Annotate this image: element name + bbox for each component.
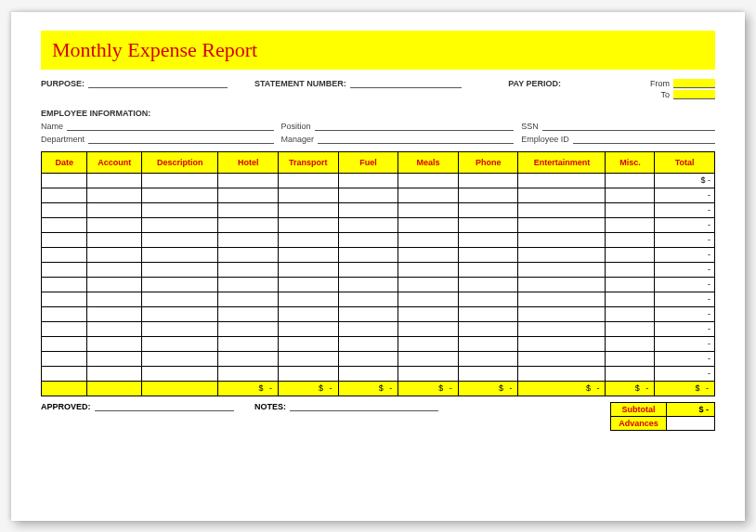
grid-cell[interactable]	[458, 202, 518, 217]
grid-cell[interactable]	[398, 247, 459, 262]
grid-cell[interactable]	[142, 277, 218, 292]
grid-cell[interactable]	[458, 292, 518, 306]
grid-cell[interactable]	[518, 366, 606, 381]
grid-cell[interactable]	[87, 366, 142, 381]
name-field[interactable]	[67, 122, 274, 131]
grid-cell[interactable]	[278, 306, 338, 321]
grid-cell[interactable]	[278, 292, 338, 306]
from-field[interactable]	[673, 79, 715, 88]
grid-cell[interactable]	[518, 217, 606, 232]
grid-cell[interactable]	[218, 321, 279, 336]
grid-cell[interactable]	[338, 173, 398, 188]
grid-cell[interactable]	[398, 292, 459, 306]
grid-cell[interactable]	[606, 306, 655, 321]
grid-cell[interactable]	[398, 277, 459, 292]
grid-cell[interactable]	[606, 247, 655, 262]
grid-cell[interactable]	[278, 277, 338, 292]
grid-cell[interactable]	[218, 306, 279, 321]
grid-cell[interactable]	[42, 351, 87, 366]
grid-cell[interactable]	[142, 351, 218, 366]
grid-cell[interactable]	[42, 173, 87, 188]
grid-cell[interactable]	[218, 232, 279, 247]
grid-cell[interactable]	[142, 232, 218, 247]
department-field[interactable]	[88, 135, 274, 144]
grid-cell[interactable]	[87, 232, 142, 247]
grid-cell[interactable]	[218, 262, 279, 277]
grid-cell[interactable]	[518, 202, 606, 217]
grid-cell[interactable]	[518, 262, 606, 277]
grid-cell[interactable]	[518, 336, 606, 351]
grid-cell[interactable]	[142, 306, 218, 321]
grid-cell[interactable]	[458, 336, 518, 351]
grid-cell[interactable]	[518, 321, 606, 336]
grid-cell[interactable]	[606, 202, 655, 217]
grid-cell[interactable]	[518, 232, 606, 247]
grid-cell[interactable]	[142, 188, 218, 202]
advances-value[interactable]	[667, 416, 715, 430]
grid-cell[interactable]	[606, 262, 655, 277]
ssn-field[interactable]	[542, 122, 715, 131]
grid-cell[interactable]	[142, 336, 218, 351]
grid-cell[interactable]	[278, 202, 338, 217]
grid-cell[interactable]	[87, 202, 142, 217]
grid-cell[interactable]	[458, 217, 518, 232]
grid-cell[interactable]	[398, 321, 459, 336]
grid-cell[interactable]	[142, 173, 218, 188]
grid-cell[interactable]	[398, 351, 459, 366]
grid-cell[interactable]	[42, 232, 87, 247]
grid-cell[interactable]	[87, 277, 142, 292]
grid-cell[interactable]	[458, 188, 518, 202]
grid-cell[interactable]	[42, 262, 87, 277]
grid-cell[interactable]	[606, 217, 655, 232]
grid-cell[interactable]	[398, 173, 459, 188]
grid-cell[interactable]	[458, 247, 518, 262]
grid-cell[interactable]	[338, 262, 398, 277]
grid-cell[interactable]	[142, 321, 218, 336]
grid-cell[interactable]	[87, 173, 142, 188]
grid-cell[interactable]	[142, 292, 218, 306]
grid-cell[interactable]	[87, 217, 142, 232]
grid-cell[interactable]	[278, 188, 338, 202]
grid-cell[interactable]	[338, 321, 398, 336]
grid-cell[interactable]	[398, 202, 459, 217]
grid-cell[interactable]	[278, 232, 338, 247]
grid-cell[interactable]	[87, 321, 142, 336]
grid-cell[interactable]	[278, 217, 338, 232]
grid-cell[interactable]	[458, 321, 518, 336]
grid-cell[interactable]	[142, 247, 218, 262]
grid-cell[interactable]	[518, 351, 606, 366]
grid-cell[interactable]	[518, 292, 606, 306]
grid-cell[interactable]	[606, 336, 655, 351]
to-field[interactable]	[673, 90, 715, 99]
grid-cell[interactable]	[218, 277, 279, 292]
grid-cell[interactable]	[606, 366, 655, 381]
grid-cell[interactable]	[218, 202, 279, 217]
grid-cell[interactable]	[278, 321, 338, 336]
grid-cell[interactable]	[458, 277, 518, 292]
purpose-field[interactable]	[88, 79, 228, 88]
employee-id-field[interactable]	[573, 135, 715, 144]
grid-cell[interactable]	[42, 366, 87, 381]
grid-cell[interactable]	[458, 262, 518, 277]
grid-cell[interactable]	[606, 321, 655, 336]
grid-cell[interactable]	[87, 351, 142, 366]
approved-field[interactable]	[95, 402, 234, 411]
grid-cell[interactable]	[398, 188, 459, 202]
grid-cell[interactable]	[458, 351, 518, 366]
grid-cell[interactable]	[518, 277, 606, 292]
grid-cell[interactable]	[278, 351, 338, 366]
grid-cell[interactable]	[606, 292, 655, 306]
grid-cell[interactable]	[87, 336, 142, 351]
grid-cell[interactable]	[606, 173, 655, 188]
grid-cell[interactable]	[42, 188, 87, 202]
grid-cell[interactable]	[218, 173, 279, 188]
grid-cell[interactable]	[338, 188, 398, 202]
grid-cell[interactable]	[142, 202, 218, 217]
grid-cell[interactable]	[87, 262, 142, 277]
grid-cell[interactable]	[338, 247, 398, 262]
grid-cell[interactable]	[87, 188, 142, 202]
grid-cell[interactable]	[338, 217, 398, 232]
grid-cell[interactable]	[338, 292, 398, 306]
grid-cell[interactable]	[398, 366, 459, 381]
grid-cell[interactable]	[278, 247, 338, 262]
